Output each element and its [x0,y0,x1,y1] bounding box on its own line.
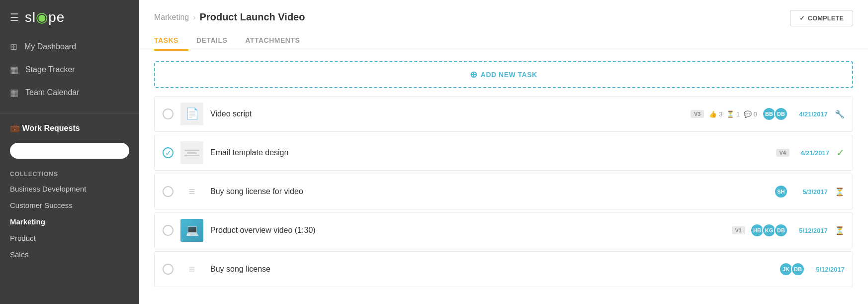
table-row[interactable]: ≡Buy song licenseJKDB5/12/2017 [154,251,853,287]
task-checkbox[interactable]: ✓ [163,147,174,158]
stage-tracker-icon: ▦ [10,64,18,75]
header: Marketing › Product Launch Video ✓ COMPL… [139,0,868,51]
dashboard-icon: ⊞ [10,41,17,52]
avatar-group: BBDB [762,107,788,121]
task-thumbnail: 💻 [180,219,203,242]
table-row[interactable]: ✓Email template designV44/21/2017✓ [154,135,853,171]
sidebar-item-team-calendar[interactable]: ▦ Team Calendar [0,81,139,104]
task-date: 5/12/2017 [793,227,828,234]
task-stats: 👍 3 ⏳ 1 💬 0 [709,110,757,118]
task-thumbnail [180,141,203,164]
breadcrumb-parent[interactable]: Marketing [154,13,189,22]
task-date: 4/21/2017 [793,110,828,118]
complete-check-icon: ✓ [799,14,805,22]
add-task-label: ADD NEW TASK [481,71,537,79]
task-checkbox[interactable] [163,186,174,197]
flags-stat: ⏳ 1 [726,110,740,118]
task-date: 5/12/2017 [810,266,845,273]
breadcrumb-separator: › [193,13,195,22]
sidebar-header: ☰ sl◉pe [0,0,139,30]
sidebar-item-stage-tracker-label: Stage Tracker [25,65,75,74]
version-badge: V4 [776,149,789,157]
logo: sl◉pe [25,9,65,25]
table-row[interactable]: ≡Buy song license for videoSH5/3/2017⏳ [154,174,853,209]
sidebar-divider [0,113,139,113]
team-calendar-icon: ▦ [10,87,18,98]
task-meta: V44/21/2017✓ [776,147,845,159]
task-meta: JKDB5/12/2017 [779,262,845,276]
task-meta: SH5/3/2017⏳ [774,185,845,199]
sidebar-item-stage-tracker[interactable]: ▦ Stage Tracker [0,58,139,81]
add-task-icon: ⊕ [470,69,478,80]
task-name: Product overview video (1:30) [210,226,725,235]
logo-leaf: ◉ [36,9,48,25]
task-meta: V1HBKGDB5/12/2017⏳ [732,223,845,237]
task-meta: V3 👍 3 ⏳ 1 💬 0 BBDB4/21/2017🔧 [691,107,845,121]
main-content: Marketing › Product Launch Video ✓ COMPL… [139,0,868,304]
sidebar-item-team-calendar-label: Team Calendar [25,88,80,97]
avatar-group: HBKGDB [750,223,788,237]
task-date: 5/3/2017 [793,188,828,196]
task-checkbox[interactable] [163,264,174,275]
version-badge: V3 [691,110,704,118]
avatar-group: SH [774,185,788,199]
task-name: Buy song license [210,265,772,274]
work-requests-label: Work Requests [22,124,80,132]
sidebar-item-product[interactable]: Product [0,230,139,246]
avatar: SH [774,185,788,199]
breadcrumb-current: Product Launch Video [200,11,305,23]
sidebar-item-dashboard-label: My Dashboard [24,42,76,51]
add-task-bar[interactable]: ⊕ ADD NEW TASK [154,61,853,88]
task-date: 4/21/2017 [794,149,829,157]
sidebar-item-work-requests[interactable]: 💼 Work Requests [0,117,139,143]
version-badge: V1 [732,226,745,234]
task-thumbnail: ≡ [180,258,203,281]
table-row[interactable]: 💻Product overview video (1:30)V1HBKGDB5/… [154,212,853,248]
likes-stat: 👍 3 [709,110,722,118]
sidebar-item-customer-success[interactable]: Customer Success [0,197,139,213]
collections-heading: COLLECTIONS [0,167,139,181]
breadcrumb: Marketing › Product Launch Video [154,11,305,23]
comments-stat: 💬 0 [744,110,757,118]
task-thumbnail: ≡ [180,180,203,203]
avatar-group: JKDB [779,262,805,276]
search-input[interactable] [10,143,129,159]
complete-button[interactable]: ✓ COMPLETE [790,10,853,26]
task-checkbox[interactable] [163,225,174,236]
avatar: DB [774,107,788,121]
sidebar: ☰ sl◉pe ⊞ My Dashboard ▦ Stage Tracker ▦… [0,0,139,304]
sidebar-item-sales[interactable]: Sales [0,246,139,263]
task-thumbnail: 📄 [180,102,203,125]
sidebar-item-marketing[interactable]: Marketing [0,213,139,230]
tab-attachments[interactable]: ATTACHMENTS [245,31,310,51]
sidebar-item-dashboard[interactable]: ⊞ My Dashboard [0,35,139,58]
task-checkbox[interactable] [163,108,174,119]
tab-details[interactable]: DETAILS [196,31,237,51]
task-area: ⊕ ADD NEW TASK 📄Video scriptV3 👍 3 ⏳ 1 💬… [139,51,868,304]
task-list: 📄Video scriptV3 👍 3 ⏳ 1 💬 0 BBDB4/21/201… [154,96,853,287]
avatar: DB [774,223,788,237]
tabs: TASKS DETAILS ATTACHMENTS [154,31,853,51]
task-name: Video script [210,109,684,118]
avatar: DB [791,262,805,276]
hamburger-icon[interactable]: ☰ [10,11,19,23]
work-requests-icon: 💼 [10,124,20,132]
task-name: Buy song license for video [210,187,767,196]
sidebar-item-business-development[interactable]: Business Development [0,181,139,197]
task-name: Email template design [210,148,769,157]
task-action-icon[interactable]: ⏳ [835,226,845,235]
task-action-icon[interactable]: ✓ [836,147,845,159]
task-action-icon[interactable]: ⏳ [835,187,845,197]
complete-button-label: COMPLETE [808,14,844,22]
search-area [0,143,139,167]
sidebar-nav: ⊞ My Dashboard ▦ Stage Tracker ▦ Team Ca… [0,30,139,109]
task-action-icon[interactable]: 🔧 [835,109,845,119]
tab-tasks[interactable]: TASKS [154,31,188,51]
table-row[interactable]: 📄Video scriptV3 👍 3 ⏳ 1 💬 0 BBDB4/21/201… [154,96,853,132]
